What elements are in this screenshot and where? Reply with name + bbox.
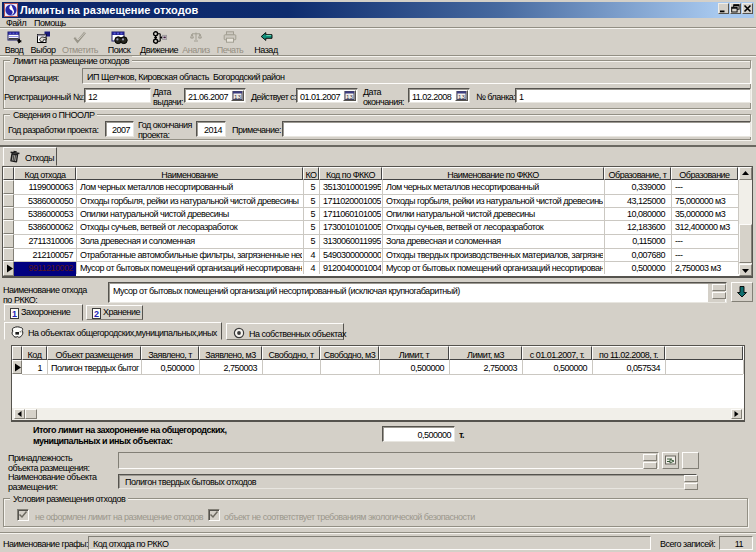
svg-text:13: 13 (346, 93, 353, 100)
svg-text:13: 13 (458, 93, 465, 100)
svg-text:13: 13 (234, 93, 241, 100)
